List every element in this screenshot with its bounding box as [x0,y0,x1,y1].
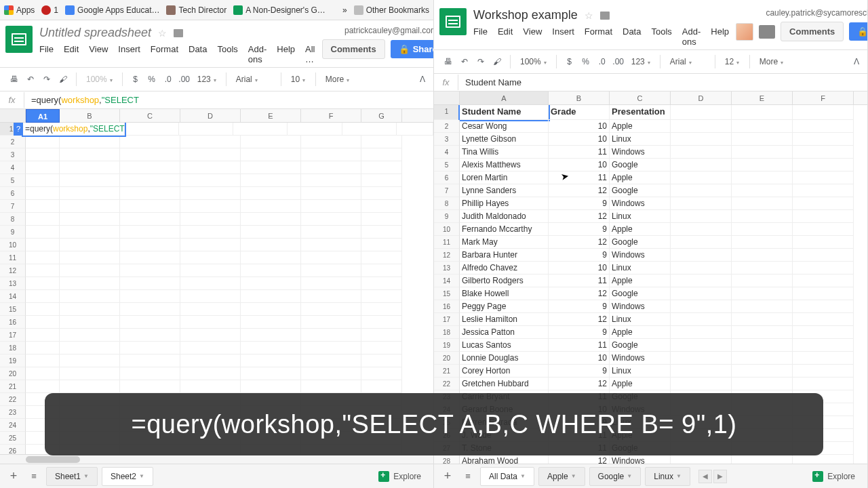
menu-addons[interactable]: Add-ons [682,26,701,47]
column-header[interactable]: E [732,92,793,104]
menu-file[interactable]: File [39,44,54,64]
sheet-tab[interactable]: Sheet1▼ [46,467,98,486]
cell[interactable]: Windows [610,300,671,313]
cell[interactable] [793,249,854,262]
cell[interactable]: Alexis Matthews [460,159,549,171]
cell[interactable] [26,290,60,303]
menu-data[interactable]: Data [189,44,207,64]
cell[interactable] [671,105,732,120]
menu-view[interactable]: View [523,26,542,47]
cell[interactable]: Linux [610,262,671,274]
cell[interactable]: Barbara Hunter [460,249,549,262]
cell[interactable]: 11 [549,339,610,352]
cell[interactable]: 12 [549,313,610,326]
menu-tools[interactable]: Tools [217,44,237,64]
row-header[interactable]: 14 [434,274,460,287]
cell[interactable]: Blake Howell [460,287,549,300]
cell[interactable] [301,200,361,213]
menu-file[interactable]: File [473,26,488,47]
row-header[interactable]: 4 [0,161,26,174]
currency-icon[interactable]: $ [564,56,576,68]
more-tools[interactable]: More [757,57,786,66]
cell[interactable] [241,226,301,239]
cell[interactable] [26,187,60,200]
cell[interactable] [361,290,402,303]
column-header[interactable]: F [301,109,361,122]
cell[interactable] [361,200,402,213]
cell[interactable] [120,187,180,200]
sheets-logo[interactable] [439,8,467,35]
cell[interactable] [732,274,793,287]
print-icon[interactable]: 🖶 [8,73,20,85]
cell[interactable]: 10 [549,352,610,365]
cell[interactable] [241,290,301,303]
cell[interactable] [793,146,854,159]
row-header[interactable]: 7 [434,184,460,197]
cell[interactable] [60,354,120,367]
cell[interactable] [301,367,361,380]
cell[interactable]: 12 [549,236,610,249]
cell[interactable]: Apple [610,378,671,390]
redo-icon[interactable]: ↷ [41,73,53,85]
cell[interactable]: Cesar Wong [460,120,549,133]
cell[interactable] [26,226,60,239]
cell[interactable]: 11 [549,171,610,184]
row-header[interactable]: 19 [434,339,460,352]
cell[interactable] [793,133,854,146]
cell[interactable] [120,303,180,316]
cell[interactable] [361,354,402,367]
row-header[interactable]: 2 [0,136,26,148]
row-header[interactable]: 16 [0,316,26,329]
cell[interactable]: Linux [610,133,671,146]
cell[interactable] [361,226,402,239]
cell[interactable] [361,367,402,380]
cell[interactable] [671,274,732,287]
cell[interactable]: Lynette Gibson [460,133,549,146]
cell[interactable] [301,316,361,329]
sheet-tab[interactable]: Linux▼ [645,467,690,486]
row-header[interactable]: 2 [434,120,460,133]
cell[interactable] [793,455,854,464]
cell[interactable] [120,264,180,277]
cell[interactable] [241,136,301,148]
row-header[interactable]: 3 [0,148,26,161]
menu-all[interactable]: All … [305,44,315,64]
cell[interactable] [671,455,732,464]
cell[interactable] [732,352,793,365]
cell[interactable] [671,378,732,390]
cell[interactable] [180,367,241,380]
cell[interactable] [732,287,793,300]
cell[interactable] [120,367,180,380]
cell[interactable] [671,236,732,249]
row-header[interactable]: 20 [0,367,26,380]
bookmark-item[interactable]: A Non-Designer's G… [233,5,326,15]
row-header[interactable]: 1 [434,105,460,120]
name-box[interactable]: A1 [26,109,60,123]
cell[interactable]: 12 [549,287,610,300]
currency-icon[interactable]: $ [130,73,142,85]
cell[interactable] [26,354,60,367]
cell[interactable] [180,354,241,367]
print-icon[interactable]: 🖶 [442,56,454,68]
cell[interactable] [120,213,180,226]
cell[interactable] [60,239,120,251]
decrease-decimal-icon[interactable]: .0 [596,56,608,68]
cell[interactable] [60,251,120,264]
row-header[interactable]: 8 [434,197,460,210]
cell[interactable]: Google [610,184,671,197]
cell[interactable] [671,262,732,274]
cell[interactable] [26,213,60,226]
column-header[interactable]: D [671,92,732,104]
cell[interactable] [793,262,854,274]
row-header[interactable]: 24 [0,419,26,432]
row-header[interactable]: 17 [0,329,26,342]
row-header[interactable]: 7 [0,200,26,213]
cell[interactable] [732,300,793,313]
cell[interactable]: Fernando Mccarthy [460,223,549,236]
cell[interactable] [671,326,732,339]
cell[interactable] [732,313,793,326]
cell[interactable] [732,249,793,262]
cell[interactable] [241,367,301,380]
column-header[interactable]: D [180,109,241,122]
cell[interactable] [179,123,233,136]
